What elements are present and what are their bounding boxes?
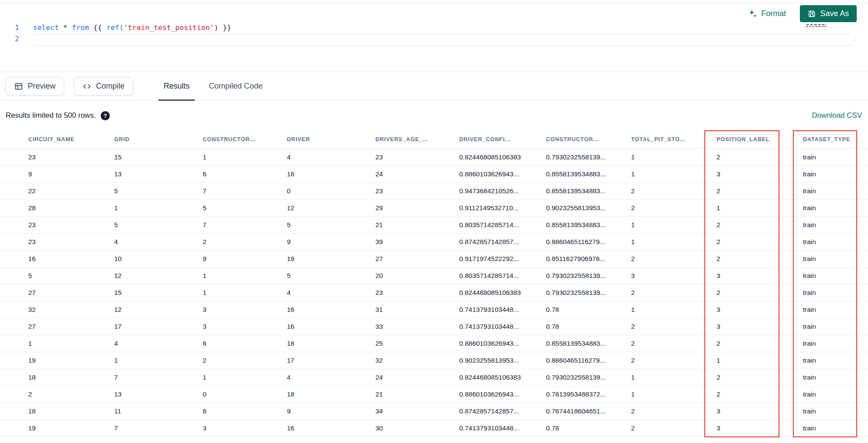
table-cell: 32 [375,352,459,369]
table-cell: 1 [203,369,287,386]
table-cell: 1 [631,386,717,403]
column-header: CONSTRUCTOR... [203,130,287,149]
tab-compiled-code[interactable]: Compiled Code [199,72,272,100]
column-header: DATASET_TYPE [803,130,868,149]
download-csv-link[interactable]: Download CSV [812,111,862,120]
table-cell: 0.8558139534883... [546,335,631,352]
table-cell: 34 [375,403,459,420]
table-cell: train [803,149,868,165]
column-header: DRIVERS_AGE_... [375,130,459,149]
tab-compiled-code-label: Compiled Code [209,82,263,91]
save-as-button[interactable]: Save As [800,5,857,22]
table-row: 1610919270.9171974522292...0.85116279069… [0,250,868,267]
table-cell: 1 [631,233,717,250]
table-cell: train [803,199,868,216]
table-cell: 1 [631,165,717,182]
table-row: 51215200.8035714285714...0.7930232558139… [0,267,868,284]
table-cell: 4 [287,284,375,301]
table-cell: 2 [717,386,803,403]
table-cell: 12 [114,267,203,284]
table-cell: 23 [375,182,459,199]
table-cell: 2 [717,284,803,301]
table-cell: 1 [28,335,114,352]
table-cell: 16 [287,420,375,436]
table-cell: 0.7413793103448... [459,301,546,318]
table-cell: 3 [717,267,803,284]
table-cell: 2 [631,250,717,267]
table-cell: 0.8860103626943... [459,335,546,352]
table-cell: 1 [631,216,717,233]
code-token-string: 'train_test_position' [124,23,214,32]
help-icon[interactable]: ? [101,111,110,120]
table-cell: 0.824468085106383 [459,149,546,165]
spacer-cell [0,420,28,436]
table-cell: 0.9473684210526... [459,182,546,199]
table-cell: 18 [28,403,114,420]
compile-button[interactable]: Compile [74,77,133,96]
table-cell: 0.8558139534883... [546,182,631,199]
ide-page: Format Save As 1 2 select * [0,0,868,443]
format-button[interactable]: Format [748,9,786,19]
spacer-cell [0,130,28,149]
table-cell: 0.78 [546,420,631,436]
table-cell: 3 [717,318,803,335]
save-icon [808,10,816,18]
table-cell: train [803,420,868,436]
editor-toolbar: Format Save As [748,5,857,22]
table-cell: 3 [717,165,803,182]
table-cell: 15 [114,284,203,301]
table-cell: 0.9171974522292... [459,250,546,267]
table-cell: 0.7813953488372... [546,386,631,403]
table-cell: train [803,369,868,386]
table-cell: 3 [203,301,287,318]
table-cell: 29 [375,199,459,216]
line-number: 2 [0,33,19,45]
table-cell: 1 [114,199,203,216]
table-header-row: CIRCUIT_NAMEGRIDCONSTRUCTOR...DRIVERDRIV… [0,130,868,149]
table-cell: 39 [375,233,459,250]
table-cell: 8 [203,403,287,420]
table-cell: 2 [717,233,803,250]
column-header: DRIVER_CONFI... [459,130,546,149]
table-cell: 3 [631,267,717,284]
table-cell: 0.824468085106383 [459,369,546,386]
tab-results[interactable]: Results [154,72,199,100]
table-cell: 0.8558139534883... [546,216,631,233]
table-cell: 0 [203,386,287,403]
spacer-cell [0,335,28,352]
table-cell: 1 [717,199,803,216]
table-cell: 2 [717,335,803,352]
column-header: TOTAL_PIT_STO... [631,130,717,149]
table-row: 197316300.7413793103448...0.7823train [0,420,868,436]
line-number: 1 [0,22,19,33]
table-cell: 2 [631,182,717,199]
spacer-cell [0,284,28,301]
preview-label: Preview [28,82,56,91]
table-cell: 25 [375,335,459,352]
table-cell: 9 [28,165,114,182]
table-cell: 10 [114,250,203,267]
table-row: 231514230.8244680851063830.7930232558139… [0,149,868,165]
table-cell: 12 [114,301,203,318]
table-cell: train [803,352,868,369]
table-cell: 18 [287,335,375,352]
table-cell: 27 [375,250,459,267]
table-cell: 5 [203,199,287,216]
table-cell: 0.78 [546,318,631,335]
preview-button[interactable]: Preview [6,77,64,96]
table-cell: 23 [28,233,114,250]
table-cell: 0.9112149532710... [459,199,546,216]
table-cell: 4 [287,369,375,386]
results-limit-text: Results limited to 500 rows. [6,111,96,120]
spacer-cell [0,386,28,403]
table-cell: 2 [203,352,287,369]
table-cell: 2 [717,149,803,165]
column-header: CONSTRUCTOR... [546,130,631,149]
code-token-function: ref( [106,23,124,32]
table-cell: 24 [375,165,459,182]
table-cell: 0.7930232558139... [546,267,631,284]
table-cell: 4 [287,149,375,165]
column-header: GRID [114,130,203,149]
table-cell: train [803,233,868,250]
table-cell: 23 [375,149,459,165]
